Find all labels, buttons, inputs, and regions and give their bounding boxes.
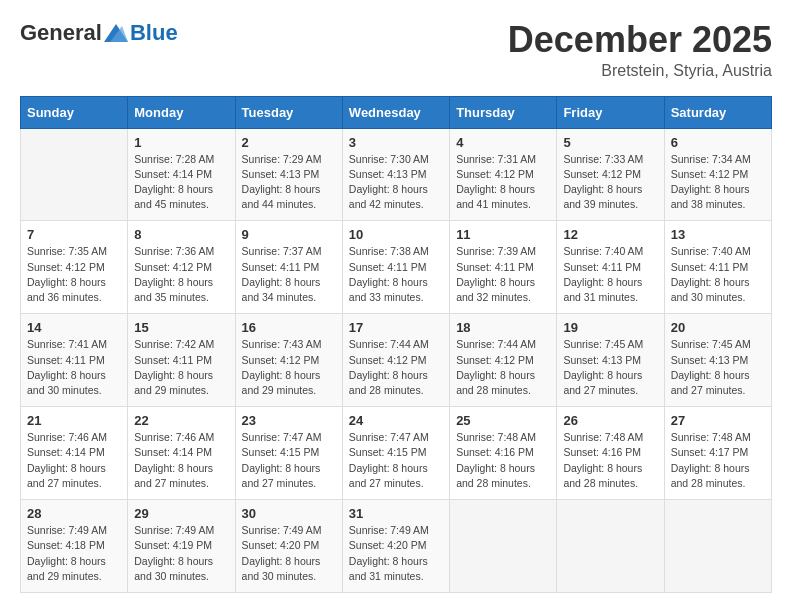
calendar-cell-3-2: 15Sunrise: 7:42 AMSunset: 4:11 PMDayligh…	[128, 314, 235, 407]
day-number: 9	[242, 227, 336, 242]
day-number: 31	[349, 506, 443, 521]
day-number: 3	[349, 135, 443, 150]
calendar-cell-1-2: 1Sunrise: 7:28 AMSunset: 4:14 PMDaylight…	[128, 128, 235, 221]
calendar-week-5: 28Sunrise: 7:49 AMSunset: 4:18 PMDayligh…	[21, 500, 772, 593]
calendar-cell-3-4: 17Sunrise: 7:44 AMSunset: 4:12 PMDayligh…	[342, 314, 449, 407]
calendar-cell-2-1: 7Sunrise: 7:35 AMSunset: 4:12 PMDaylight…	[21, 221, 128, 314]
day-number: 28	[27, 506, 121, 521]
day-number: 27	[671, 413, 765, 428]
calendar-cell-2-2: 8Sunrise: 7:36 AMSunset: 4:12 PMDaylight…	[128, 221, 235, 314]
calendar-cell-4-7: 27Sunrise: 7:48 AMSunset: 4:17 PMDayligh…	[664, 407, 771, 500]
logo-icon	[104, 24, 128, 42]
day-number: 22	[134, 413, 228, 428]
day-info: Sunrise: 7:46 AMSunset: 4:14 PMDaylight:…	[134, 430, 228, 491]
calendar-cell-5-4: 31Sunrise: 7:49 AMSunset: 4:20 PMDayligh…	[342, 500, 449, 593]
calendar-cell-3-3: 16Sunrise: 7:43 AMSunset: 4:12 PMDayligh…	[235, 314, 342, 407]
day-info: Sunrise: 7:44 AMSunset: 4:12 PMDaylight:…	[349, 337, 443, 398]
day-info: Sunrise: 7:49 AMSunset: 4:20 PMDaylight:…	[242, 523, 336, 584]
calendar-cell-1-4: 3Sunrise: 7:30 AMSunset: 4:13 PMDaylight…	[342, 128, 449, 221]
calendar-week-1: 1Sunrise: 7:28 AMSunset: 4:14 PMDaylight…	[21, 128, 772, 221]
calendar-header-friday: Friday	[557, 96, 664, 128]
calendar-header-tuesday: Tuesday	[235, 96, 342, 128]
logo-blue-text: Blue	[130, 20, 178, 46]
calendar-cell-5-5	[450, 500, 557, 593]
day-info: Sunrise: 7:42 AMSunset: 4:11 PMDaylight:…	[134, 337, 228, 398]
day-info: Sunrise: 7:33 AMSunset: 4:12 PMDaylight:…	[563, 152, 657, 213]
day-info: Sunrise: 7:44 AMSunset: 4:12 PMDaylight:…	[456, 337, 550, 398]
calendar-header-sunday: Sunday	[21, 96, 128, 128]
day-number: 10	[349, 227, 443, 242]
day-info: Sunrise: 7:29 AMSunset: 4:13 PMDaylight:…	[242, 152, 336, 213]
calendar-header-monday: Monday	[128, 96, 235, 128]
day-number: 26	[563, 413, 657, 428]
day-info: Sunrise: 7:47 AMSunset: 4:15 PMDaylight:…	[242, 430, 336, 491]
day-info: Sunrise: 7:31 AMSunset: 4:12 PMDaylight:…	[456, 152, 550, 213]
calendar-cell-3-6: 19Sunrise: 7:45 AMSunset: 4:13 PMDayligh…	[557, 314, 664, 407]
calendar-cell-2-4: 10Sunrise: 7:38 AMSunset: 4:11 PMDayligh…	[342, 221, 449, 314]
day-number: 1	[134, 135, 228, 150]
day-number: 15	[134, 320, 228, 335]
calendar-header-wednesday: Wednesday	[342, 96, 449, 128]
day-number: 11	[456, 227, 550, 242]
day-number: 30	[242, 506, 336, 521]
day-info: Sunrise: 7:41 AMSunset: 4:11 PMDaylight:…	[27, 337, 121, 398]
calendar-header-thursday: Thursday	[450, 96, 557, 128]
calendar-week-4: 21Sunrise: 7:46 AMSunset: 4:14 PMDayligh…	[21, 407, 772, 500]
day-info: Sunrise: 7:49 AMSunset: 4:19 PMDaylight:…	[134, 523, 228, 584]
calendar-cell-4-2: 22Sunrise: 7:46 AMSunset: 4:14 PMDayligh…	[128, 407, 235, 500]
day-number: 8	[134, 227, 228, 242]
calendar-cell-1-1	[21, 128, 128, 221]
day-info: Sunrise: 7:48 AMSunset: 4:16 PMDaylight:…	[563, 430, 657, 491]
calendar-cell-2-6: 12Sunrise: 7:40 AMSunset: 4:11 PMDayligh…	[557, 221, 664, 314]
calendar-cell-1-7: 6Sunrise: 7:34 AMSunset: 4:12 PMDaylight…	[664, 128, 771, 221]
calendar-cell-5-1: 28Sunrise: 7:49 AMSunset: 4:18 PMDayligh…	[21, 500, 128, 593]
day-number: 24	[349, 413, 443, 428]
day-info: Sunrise: 7:46 AMSunset: 4:14 PMDaylight:…	[27, 430, 121, 491]
day-info: Sunrise: 7:39 AMSunset: 4:11 PMDaylight:…	[456, 244, 550, 305]
page-header: General Blue December 2025 Bretstein, St…	[20, 20, 772, 80]
logo: General Blue	[20, 20, 178, 46]
day-info: Sunrise: 7:45 AMSunset: 4:13 PMDaylight:…	[563, 337, 657, 398]
calendar-cell-2-7: 13Sunrise: 7:40 AMSunset: 4:11 PMDayligh…	[664, 221, 771, 314]
calendar-cell-4-3: 23Sunrise: 7:47 AMSunset: 4:15 PMDayligh…	[235, 407, 342, 500]
day-number: 7	[27, 227, 121, 242]
day-info: Sunrise: 7:45 AMSunset: 4:13 PMDaylight:…	[671, 337, 765, 398]
day-number: 23	[242, 413, 336, 428]
calendar-cell-4-6: 26Sunrise: 7:48 AMSunset: 4:16 PMDayligh…	[557, 407, 664, 500]
day-number: 20	[671, 320, 765, 335]
calendar-cell-1-5: 4Sunrise: 7:31 AMSunset: 4:12 PMDaylight…	[450, 128, 557, 221]
day-info: Sunrise: 7:28 AMSunset: 4:14 PMDaylight:…	[134, 152, 228, 213]
location-text: Bretstein, Styria, Austria	[508, 62, 772, 80]
day-info: Sunrise: 7:43 AMSunset: 4:12 PMDaylight:…	[242, 337, 336, 398]
calendar-cell-2-3: 9Sunrise: 7:37 AMSunset: 4:11 PMDaylight…	[235, 221, 342, 314]
day-info: Sunrise: 7:40 AMSunset: 4:11 PMDaylight:…	[671, 244, 765, 305]
calendar-cell-5-6	[557, 500, 664, 593]
calendar-cell-5-2: 29Sunrise: 7:49 AMSunset: 4:19 PMDayligh…	[128, 500, 235, 593]
calendar-week-2: 7Sunrise: 7:35 AMSunset: 4:12 PMDaylight…	[21, 221, 772, 314]
day-info: Sunrise: 7:49 AMSunset: 4:20 PMDaylight:…	[349, 523, 443, 584]
calendar-week-3: 14Sunrise: 7:41 AMSunset: 4:11 PMDayligh…	[21, 314, 772, 407]
day-info: Sunrise: 7:38 AMSunset: 4:11 PMDaylight:…	[349, 244, 443, 305]
day-number: 17	[349, 320, 443, 335]
month-title: December 2025	[508, 20, 772, 60]
day-number: 29	[134, 506, 228, 521]
day-number: 14	[27, 320, 121, 335]
day-number: 6	[671, 135, 765, 150]
day-number: 19	[563, 320, 657, 335]
calendar-cell-1-3: 2Sunrise: 7:29 AMSunset: 4:13 PMDaylight…	[235, 128, 342, 221]
day-number: 25	[456, 413, 550, 428]
day-info: Sunrise: 7:40 AMSunset: 4:11 PMDaylight:…	[563, 244, 657, 305]
day-info: Sunrise: 7:48 AMSunset: 4:16 PMDaylight:…	[456, 430, 550, 491]
day-number: 16	[242, 320, 336, 335]
calendar-header-row: SundayMondayTuesdayWednesdayThursdayFrid…	[21, 96, 772, 128]
calendar-cell-3-7: 20Sunrise: 7:45 AMSunset: 4:13 PMDayligh…	[664, 314, 771, 407]
day-info: Sunrise: 7:35 AMSunset: 4:12 PMDaylight:…	[27, 244, 121, 305]
calendar-cell-2-5: 11Sunrise: 7:39 AMSunset: 4:11 PMDayligh…	[450, 221, 557, 314]
calendar-cell-3-1: 14Sunrise: 7:41 AMSunset: 4:11 PMDayligh…	[21, 314, 128, 407]
calendar-cell-4-5: 25Sunrise: 7:48 AMSunset: 4:16 PMDayligh…	[450, 407, 557, 500]
title-block: December 2025 Bretstein, Styria, Austria	[508, 20, 772, 80]
day-info: Sunrise: 7:36 AMSunset: 4:12 PMDaylight:…	[134, 244, 228, 305]
calendar-header-saturday: Saturday	[664, 96, 771, 128]
day-info: Sunrise: 7:49 AMSunset: 4:18 PMDaylight:…	[27, 523, 121, 584]
day-number: 12	[563, 227, 657, 242]
